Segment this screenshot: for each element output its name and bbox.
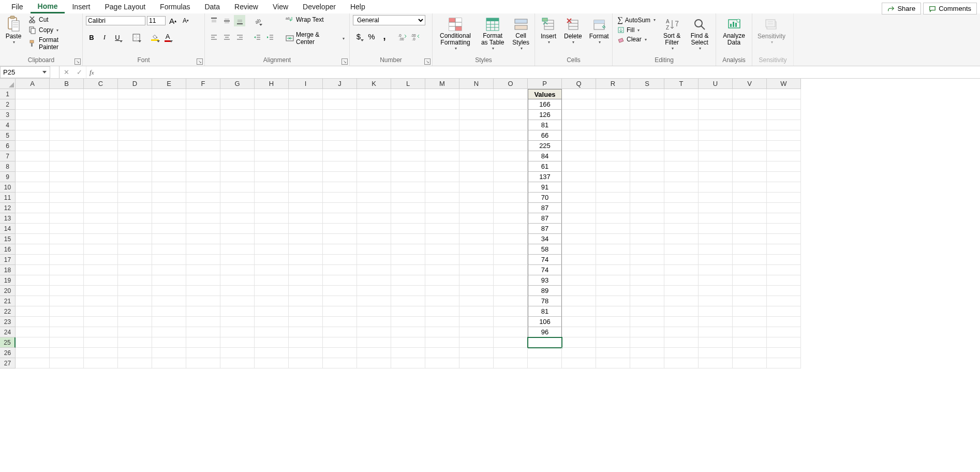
cell[interactable] — [425, 234, 459, 244]
cell[interactable] — [733, 275, 767, 286]
cell[interactable] — [255, 296, 289, 306]
cell[interactable] — [630, 120, 664, 130]
cell[interactable] — [664, 161, 699, 172]
cell[interactable] — [562, 234, 596, 244]
cell[interactable] — [16, 203, 50, 213]
cell[interactable] — [84, 182, 118, 193]
cell[interactable] — [118, 213, 152, 224]
cell[interactable] — [494, 296, 528, 306]
cell[interactable] — [357, 234, 391, 244]
cell[interactable]: 61 — [528, 161, 562, 172]
cell[interactable] — [220, 203, 255, 213]
cell[interactable] — [323, 203, 357, 213]
fill-color-button[interactable] — [149, 32, 160, 43]
cell[interactable] — [459, 130, 494, 141]
cell[interactable] — [733, 348, 767, 358]
cell[interactable]: 87 — [528, 213, 562, 224]
cell[interactable] — [255, 234, 289, 244]
cell[interactable] — [118, 306, 152, 317]
cell[interactable] — [357, 182, 391, 193]
cell[interactable] — [186, 337, 220, 348]
cell[interactable] — [425, 172, 459, 182]
cell[interactable] — [562, 296, 596, 306]
cell[interactable] — [562, 161, 596, 172]
cell[interactable] — [186, 213, 220, 224]
cell[interactable]: 74 — [528, 265, 562, 275]
cell[interactable] — [84, 120, 118, 130]
cell[interactable] — [323, 286, 357, 296]
cell[interactable] — [220, 255, 255, 265]
cell[interactable] — [494, 172, 528, 182]
format-as-table-button[interactable]: Format as Table▾ — [478, 15, 507, 52]
cell[interactable] — [255, 286, 289, 296]
cell[interactable] — [186, 110, 220, 120]
cell[interactable] — [118, 203, 152, 213]
cell[interactable] — [152, 89, 186, 99]
cell[interactable] — [459, 141, 494, 151]
column-header[interactable]: P — [528, 79, 562, 89]
cell[interactable] — [630, 224, 664, 234]
cell[interactable] — [220, 358, 255, 368]
cell[interactable] — [152, 306, 186, 317]
cell[interactable] — [357, 193, 391, 203]
cell[interactable] — [289, 296, 323, 306]
cell[interactable] — [425, 348, 459, 358]
cell[interactable] — [699, 348, 733, 358]
font-dialog-launcher[interactable]: ↘ — [197, 58, 203, 65]
cell[interactable] — [16, 151, 50, 161]
cell[interactable] — [664, 99, 699, 110]
cell[interactable] — [84, 244, 118, 255]
tab-file[interactable]: File — [4, 1, 31, 12]
cell[interactable] — [391, 213, 425, 224]
row-header[interactable]: 24 — [0, 327, 16, 337]
cell[interactable] — [425, 193, 459, 203]
row-header[interactable]: 22 — [0, 306, 16, 317]
cell[interactable] — [16, 110, 50, 120]
cell[interactable] — [255, 255, 289, 265]
cell[interactable]: 91 — [528, 182, 562, 193]
cell[interactable] — [84, 193, 118, 203]
cell[interactable] — [220, 317, 255, 327]
cell[interactable] — [50, 110, 84, 120]
align-right-button[interactable] — [234, 32, 245, 43]
merge-center-button[interactable]: Merge & Center ▾ — [284, 31, 346, 46]
cell[interactable] — [733, 337, 767, 348]
cell[interactable] — [289, 161, 323, 172]
cell[interactable] — [186, 120, 220, 130]
cell[interactable] — [459, 110, 494, 120]
row-header[interactable]: 10 — [0, 182, 16, 193]
cell[interactable] — [664, 286, 699, 296]
cell[interactable] — [699, 193, 733, 203]
cell[interactable] — [289, 224, 323, 234]
cell[interactable] — [664, 358, 699, 368]
cell[interactable] — [186, 348, 220, 358]
cell[interactable] — [152, 182, 186, 193]
cell[interactable] — [630, 348, 664, 358]
cell[interactable] — [50, 172, 84, 182]
cell[interactable] — [459, 213, 494, 224]
cell[interactable] — [118, 265, 152, 275]
cell[interactable] — [391, 130, 425, 141]
cell[interactable] — [596, 130, 630, 141]
cell[interactable] — [84, 89, 118, 99]
row-header[interactable]: 18 — [0, 265, 16, 275]
cell[interactable] — [459, 327, 494, 337]
cell[interactable] — [50, 182, 84, 193]
cell[interactable] — [733, 244, 767, 255]
cell[interactable] — [596, 296, 630, 306]
orientation-button[interactable]: ab — [251, 15, 263, 26]
row-header[interactable]: 21 — [0, 296, 16, 306]
cell[interactable] — [596, 110, 630, 120]
cell[interactable] — [494, 151, 528, 161]
cell[interactable] — [630, 99, 664, 110]
cell[interactable] — [494, 348, 528, 358]
cell[interactable] — [664, 110, 699, 120]
cell[interactable] — [357, 317, 391, 327]
cell[interactable] — [596, 224, 630, 234]
cell[interactable] — [562, 89, 596, 99]
cell[interactable] — [664, 130, 699, 141]
column-header[interactable]: D — [118, 79, 152, 89]
accounting-format-button[interactable]: $ — [353, 31, 364, 42]
row-header[interactable]: 25 — [0, 337, 16, 348]
cell[interactable] — [323, 89, 357, 99]
